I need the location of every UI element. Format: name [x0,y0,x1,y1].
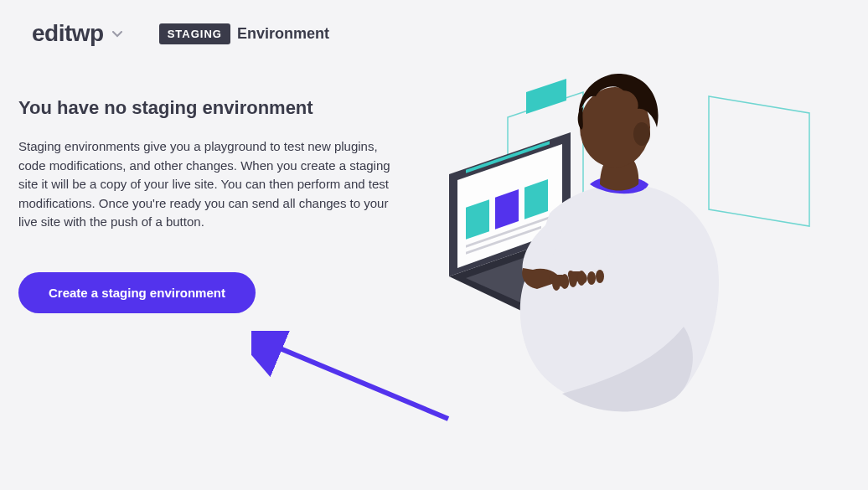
svg-point-9 [561,274,569,289]
staging-badge: STAGING [159,23,230,44]
staging-description: Staging environments give you a playgrou… [18,137,395,232]
svg-point-13 [596,270,604,283]
chevron-down-icon [112,27,122,40]
site-name: editwp [32,20,104,47]
empty-state-illustration [424,67,843,427]
svg-line-14 [268,343,448,419]
page-title: You have no staging environment [18,97,412,119]
create-staging-button[interactable]: Create a staging environment [18,272,256,313]
environment-label: Environment [237,25,329,43]
svg-point-12 [587,271,596,285]
svg-point-8 [552,276,561,291]
svg-point-7 [633,122,650,146]
site-selector-dropdown[interactable]: editwp [32,20,122,47]
environment-breadcrumb: STAGING Environment [159,23,329,44]
svg-point-10 [569,272,577,287]
svg-point-11 [577,271,586,286]
